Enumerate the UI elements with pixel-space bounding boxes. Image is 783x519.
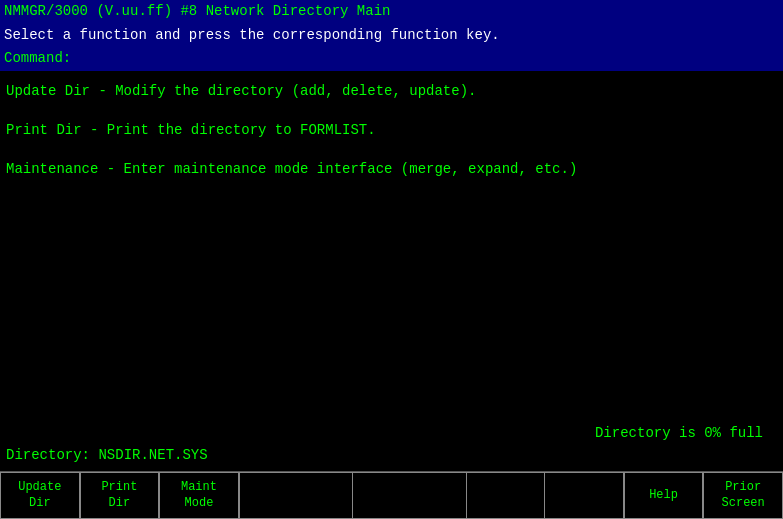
fn-key-print-dir[interactable]: PrintDir bbox=[80, 472, 160, 519]
header-text: Select a function and press the correspo… bbox=[4, 27, 500, 43]
fn-key-f4-empty bbox=[239, 472, 353, 519]
fn-key-update-dir[interactable]: UpdateDir bbox=[0, 472, 80, 519]
main-content: Update Dir - Modify the directory (add, … bbox=[0, 71, 783, 471]
title-text: NMMGR/3000 (V.uu.ff) #8 Network Director… bbox=[4, 3, 390, 19]
menu-item-printdir: Print Dir - Print the directory to FORML… bbox=[6, 120, 777, 141]
fn-key-help[interactable]: Help bbox=[624, 472, 704, 519]
dir-status-text: Directory is 0% full bbox=[595, 425, 763, 441]
title-bar: NMMGR/3000 (V.uu.ff) #8 Network Director… bbox=[0, 0, 783, 24]
menu-key-maintenance: Maintenance - Enter maintenance mode int… bbox=[6, 161, 577, 177]
menu-key-printdir: Print Dir - Print the directory to FORML… bbox=[6, 122, 376, 138]
command-bar: Command: bbox=[0, 47, 783, 71]
command-label: Command: bbox=[4, 50, 71, 66]
menu-item-maintenance: Maintenance - Enter maintenance mode int… bbox=[6, 159, 777, 180]
fn-key-f6-empty bbox=[467, 472, 546, 519]
header-bar: Select a function and press the correspo… bbox=[0, 24, 783, 48]
dir-path-val: NSDIR.NET.SYS bbox=[98, 447, 207, 463]
dir-path-label: Directory: bbox=[6, 447, 90, 463]
dir-path: Directory: NSDIR.NET.SYS bbox=[6, 447, 208, 463]
function-bar: UpdateDir PrintDir MaintMode Help PriorS… bbox=[0, 471, 783, 519]
dir-status: Directory is 0% full bbox=[595, 425, 763, 441]
screen: NMMGR/3000 (V.uu.ff) #8 Network Director… bbox=[0, 0, 783, 519]
menu-key-updatedir: Update Dir - Modify the directory (add, … bbox=[6, 83, 476, 99]
fn-key-maint-mode[interactable]: MaintMode bbox=[159, 472, 239, 519]
fn-key-prior-screen[interactable]: PriorScreen bbox=[703, 472, 783, 519]
fn-key-f5-empty bbox=[353, 472, 466, 519]
fn-key-f7-empty bbox=[545, 472, 624, 519]
menu-item-updatedir: Update Dir - Modify the directory (add, … bbox=[6, 81, 777, 102]
